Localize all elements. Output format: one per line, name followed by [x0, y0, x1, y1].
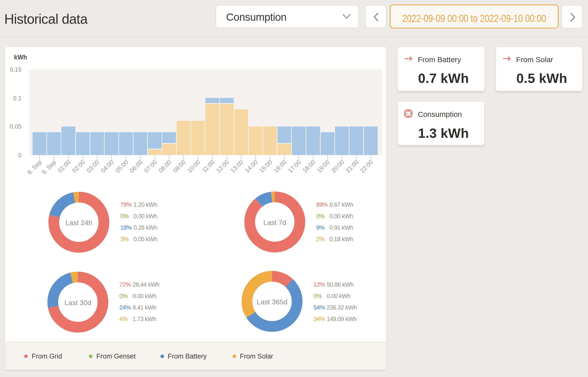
svg-text:03:00: 03:00 — [85, 159, 101, 174]
svg-text:20:00: 20:00 — [330, 159, 345, 174]
svg-text:05:00: 05:00 — [114, 159, 130, 174]
svg-text:07:00: 07:00 — [143, 159, 158, 174]
svg-text:Last 30d: Last 30d — [64, 299, 91, 307]
svg-text:0.15: 0.15 — [10, 66, 21, 73]
svg-text:Last 7d: Last 7d — [263, 219, 286, 226]
svg-text:0.05: 0.05 — [10, 123, 21, 130]
svg-text:18:00: 18:00 — [301, 159, 317, 174]
svg-text:01:00: 01:00 — [56, 159, 72, 174]
svg-text:08:00: 08:00 — [157, 159, 173, 174]
svg-text:17:00: 17:00 — [287, 159, 302, 174]
svg-text:19:00: 19:00 — [315, 159, 331, 174]
svg-text:02:00: 02:00 — [71, 159, 86, 174]
svg-text:06:00: 06:00 — [128, 159, 144, 174]
svg-text:0: 0 — [18, 152, 21, 159]
svg-text:12:00: 12:00 — [215, 159, 230, 174]
svg-text:10:00: 10:00 — [186, 159, 201, 174]
svg-text:13:00: 13:00 — [229, 159, 245, 174]
svg-text:0.1: 0.1 — [13, 95, 21, 102]
svg-text:15:00: 15:00 — [258, 159, 274, 174]
svg-text:16:00: 16:00 — [272, 159, 288, 174]
svg-text:9. Sep: 9. Sep — [40, 159, 57, 176]
svg-text:8. Sep: 8. Sep — [26, 159, 43, 176]
svg-text:Last 365d: Last 365d — [257, 298, 288, 306]
svg-text:Last 24h: Last 24h — [65, 219, 92, 227]
svg-text:04:00: 04:00 — [100, 159, 115, 174]
svg-text:11:00: 11:00 — [201, 159, 216, 174]
svg-text:22:00: 22:00 — [359, 159, 374, 174]
svg-text:09:00: 09:00 — [171, 159, 187, 174]
svg-text:14:00: 14:00 — [244, 159, 259, 174]
svg-text:21:00: 21:00 — [344, 159, 360, 174]
